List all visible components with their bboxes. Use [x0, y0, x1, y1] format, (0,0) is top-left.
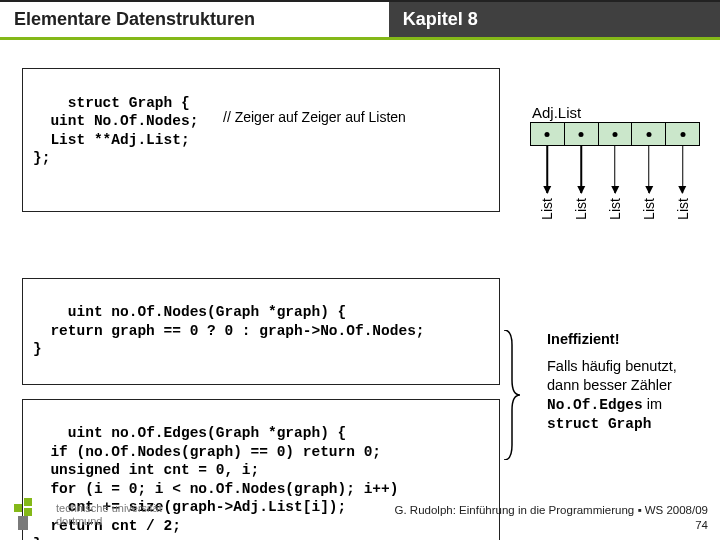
- logo-text: technische universität dortmund: [56, 502, 162, 527]
- code-struct-text: struct Graph { uint No.Of.Nodes; List **…: [33, 95, 198, 167]
- side-note-heading: Ineffizient!: [547, 330, 702, 349]
- pointer-dot-icon: [579, 132, 584, 137]
- adjlist-cell: List: [599, 123, 633, 145]
- adjlist-array: List List List List List: [530, 122, 700, 146]
- side-note-body: Falls häufig benutzt, dann besser Zähler…: [547, 357, 702, 434]
- pointer-dot-icon: [545, 132, 550, 137]
- side-note-text-mid: im: [643, 396, 662, 412]
- list-pointer-label: List: [641, 198, 657, 220]
- slide-content: struct Graph { uint No.Of.Nodes; List **…: [0, 40, 720, 540]
- pointer-dot-icon: [680, 132, 685, 137]
- header-title-left: Elementare Datenstrukturen: [0, 0, 389, 40]
- side-note-mono1: No.Of.Edges: [547, 397, 643, 413]
- tu-logo-icon: [14, 498, 48, 532]
- curly-brace-icon: [502, 330, 520, 460]
- side-note-text-pre: Falls häufig benutzt, dann besser Zähler: [547, 358, 677, 393]
- arrow-down-icon: [682, 145, 684, 193]
- tu-dortmund-logo: technische universität dortmund: [14, 498, 162, 532]
- adjlist-cell: List: [666, 123, 699, 145]
- adjlist-cell: List: [632, 123, 666, 145]
- adjlist-title: Adj.List: [532, 104, 581, 121]
- footer-attribution: G. Rudolph: Einführung in die Programmie…: [395, 503, 708, 519]
- side-note-mono2: struct Graph: [547, 416, 651, 432]
- slide-header: Elementare Datenstrukturen Kapitel 8: [0, 0, 720, 40]
- pointer-dot-icon: [612, 132, 617, 137]
- side-note: Ineffizient! Falls häufig benutzt, dann …: [547, 330, 702, 434]
- slide-footer: G. Rudolph: Einführung in die Programmie…: [395, 503, 708, 534]
- logo-line1: technische universität: [56, 502, 162, 515]
- arrow-down-icon: [614, 145, 616, 193]
- code-struct-comment: // Zeiger auf Zeiger auf Listen: [223, 109, 406, 127]
- code-fn-noofnodes: uint no.Of.Nodes(Graph *graph) { return …: [22, 278, 500, 385]
- adjlist-cell: List: [531, 123, 565, 145]
- code-struct-graph: struct Graph { uint No.Of.Nodes; List **…: [22, 68, 500, 212]
- adjlist-cell: List: [565, 123, 599, 145]
- list-pointer-label: List: [539, 198, 555, 220]
- adjlist-diagram: Adj.List List List List List: [530, 122, 700, 146]
- arrow-down-icon: [547, 145, 549, 193]
- list-pointer-label: List: [675, 198, 691, 220]
- list-pointer-label: List: [573, 198, 589, 220]
- footer-page-number: 74: [395, 518, 708, 534]
- arrow-down-icon: [648, 145, 650, 193]
- header-title-right: Kapitel 8: [389, 0, 720, 40]
- logo-line2: dortmund: [56, 515, 162, 528]
- list-pointer-label: List: [607, 198, 623, 220]
- code-fn1-text: uint no.Of.Nodes(Graph *graph) { return …: [33, 304, 425, 357]
- pointer-dot-icon: [646, 132, 651, 137]
- arrow-down-icon: [580, 145, 582, 193]
